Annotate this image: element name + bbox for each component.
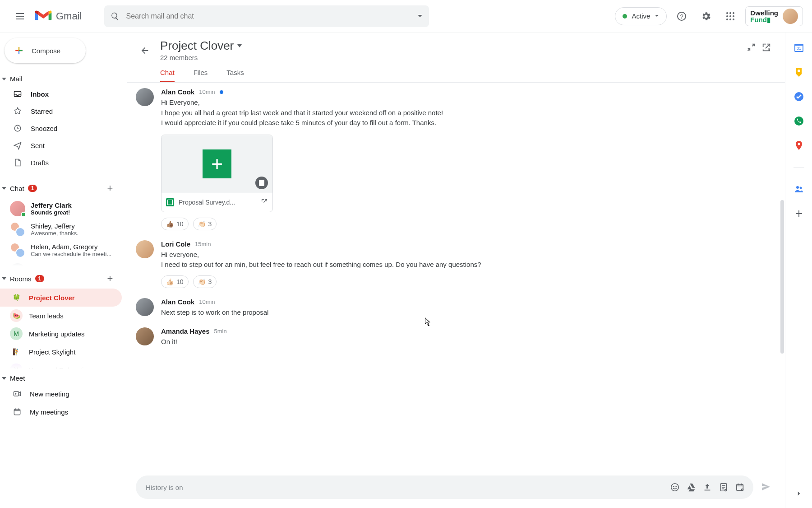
rail-expand-button[interactable] <box>795 489 803 499</box>
org-name: DwellingFund▮ <box>750 9 778 23</box>
room-item[interactable]: MMarketing updates <box>0 325 126 343</box>
message-time: 10min <box>199 298 215 305</box>
svg-point-10 <box>733 19 734 20</box>
send-button[interactable] <box>761 481 771 494</box>
room-item[interactable]: 🍉Team leads <box>0 307 126 325</box>
reaction[interactable]: 👍🏻10 <box>161 275 189 288</box>
my-meetings[interactable]: My meetings <box>0 403 126 421</box>
message-text: I hope you all had a great trip last wee… <box>161 108 771 118</box>
chat-name: Jeffery Clark <box>31 201 72 209</box>
collapse-icon <box>2 277 6 280</box>
open-attachment[interactable] <box>261 198 268 207</box>
star-icon <box>13 107 22 116</box>
drive-button[interactable] <box>683 479 699 495</box>
room-item[interactable]: 🍀Project Clover <box>0 289 122 307</box>
search-input[interactable] <box>126 12 417 20</box>
new-chat-button[interactable]: + <box>103 181 117 196</box>
clock-icon <box>13 124 22 133</box>
add-app-icon[interactable] <box>794 208 804 219</box>
reaction-count: 3 <box>208 220 212 228</box>
sheets-icon <box>203 149 231 178</box>
chat-item[interactable]: Jeffery ClarkSounds great! <box>0 198 126 219</box>
message-text: Hi everyone, <box>161 250 771 260</box>
open-new-button[interactable] <box>761 42 771 54</box>
back-button[interactable] <box>136 42 154 60</box>
calendar-icon <box>13 407 22 416</box>
doc-button[interactable]: + <box>715 479 732 495</box>
new-meeting[interactable]: New meeting <box>0 385 126 403</box>
chat-item[interactable]: Helen Chang <box>0 261 126 266</box>
message: Alan Cook10minHi Everyone,I hope you all… <box>136 88 771 230</box>
main-menu-button[interactable] <box>9 5 31 27</box>
mouse-cursor <box>425 317 431 326</box>
calendar-button[interactable]: + <box>732 479 748 495</box>
mail-section-header[interactable]: Mail <box>0 72 126 85</box>
collapse-button[interactable] <box>746 42 756 54</box>
account-switcher[interactable]: DwellingFund▮ <box>745 6 803 26</box>
tasks-app-icon[interactable] <box>794 91 804 102</box>
svg-rect-14 <box>14 409 20 415</box>
reaction[interactable]: 👍🏽10 <box>161 218 189 230</box>
message-list[interactable]: Alan Cook10minHi Everyone,I hope you all… <box>127 83 785 470</box>
emoji-button[interactable] <box>667 479 683 495</box>
keep-app-icon[interactable] <box>794 67 804 78</box>
drive-icon <box>686 482 696 492</box>
tab-chat[interactable]: Chat <box>160 69 175 82</box>
presence-status[interactable]: Active <box>615 7 667 25</box>
status-label: Active <box>632 12 650 20</box>
sidebar-item-inbox[interactable]: Inbox <box>0 85 122 103</box>
contacts-app-icon[interactable] <box>794 184 804 195</box>
arrow-left-icon <box>140 46 150 56</box>
room-icon: Y <box>10 364 23 369</box>
reaction[interactable]: 👏🏻3 <box>193 218 217 230</box>
room-item[interactable]: YYoga and Relaxation <box>0 361 126 369</box>
message-author: Lori Cole <box>161 240 190 248</box>
room-label: Marketing updates <box>29 330 84 338</box>
svg-point-16 <box>673 486 674 487</box>
support-button[interactable]: ? <box>672 7 691 26</box>
apps-button[interactable] <box>721 7 740 26</box>
compose-area: History is on + + <box>127 470 785 508</box>
gmail-logo[interactable]: Gmail <box>34 9 82 23</box>
send-icon <box>761 481 771 492</box>
settings-button[interactable] <box>697 7 715 26</box>
reaction[interactable]: 👏🏻3 <box>193 275 217 288</box>
gear-icon <box>701 11 711 22</box>
room-item[interactable]: 🧗Project Skylight <box>0 343 126 361</box>
room-title[interactable]: Project Clover <box>160 39 746 53</box>
sidebar-item-sent[interactable]: Sent <box>0 137 122 154</box>
tab-files[interactable]: Files <box>194 69 208 82</box>
message-time: 5min <box>214 328 227 335</box>
upload-button[interactable] <box>699 479 715 495</box>
search-options-icon[interactable] <box>417 14 423 19</box>
attachment-card[interactable]: Proposal Survey.d... <box>161 135 273 212</box>
voice-app-icon[interactable] <box>794 116 804 126</box>
message-avatar <box>136 298 154 316</box>
chat-item[interactable]: Helen, Adam, GregoryCan we reschedule th… <box>0 240 126 261</box>
chat-preview: Can we reschedule the meeti... <box>31 251 111 257</box>
svg-point-7 <box>733 15 734 17</box>
left-sidebar: Compose Mail Inbox Starred Snoozed Sent … <box>0 33 126 508</box>
new-room-button[interactable]: + <box>103 271 117 286</box>
svg-point-30 <box>798 143 800 145</box>
calendar-app-icon[interactable]: 31 <box>794 42 804 53</box>
sidebar-item-starred[interactable]: Starred <box>0 103 122 120</box>
rooms-section-header[interactable]: Rooms1+ <box>0 269 126 289</box>
message-input[interactable]: History is on + + <box>136 475 753 499</box>
sidebar-item-drafts[interactable]: Drafts <box>0 154 122 171</box>
chat-item[interactable]: Shirley, JefferyAwesome, thanks. <box>0 219 126 240</box>
sidebar-item-snoozed[interactable]: Snoozed <box>0 120 122 137</box>
compose-button[interactable]: Compose <box>5 38 86 63</box>
scrollbar-thumb[interactable] <box>780 200 784 354</box>
history-text: History is on <box>146 484 667 491</box>
maps-app-icon[interactable] <box>794 140 804 151</box>
meet-section-header[interactable]: Meet <box>0 372 126 385</box>
apps-grid-icon <box>725 11 736 22</box>
mail-section: Mail Inbox Starred Snoozed Sent Drafts <box>0 72 126 176</box>
chat-section-header[interactable]: Chat1+ <box>0 178 126 198</box>
tab-tasks[interactable]: Tasks <box>226 69 244 82</box>
search-box[interactable] <box>104 5 429 27</box>
member-count[interactable]: 22 members <box>160 54 746 61</box>
reaction-count: 3 <box>208 278 212 285</box>
room-icon: 🧗 <box>10 345 23 358</box>
